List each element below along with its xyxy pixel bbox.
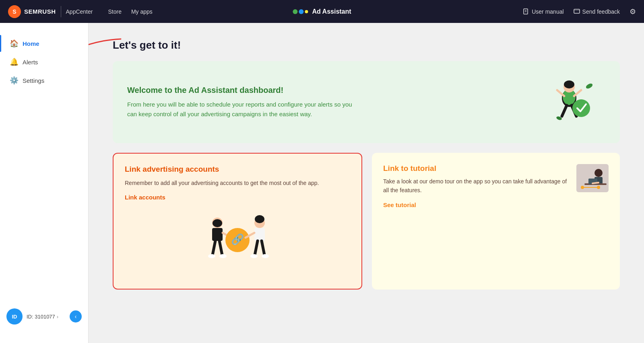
- user-id-text: ID: 3101077 ›: [27, 314, 58, 320]
- link-accounts-button[interactable]: Link accounts: [125, 194, 165, 201]
- feedback-icon: [574, 8, 580, 15]
- nav-links: Store My apps: [108, 8, 152, 15]
- welcome-text: Welcome to the Ad Assistant dashboard! F…: [127, 86, 353, 119]
- tutorial-thumbnail[interactable]: [576, 164, 609, 192]
- svg-text:S: S: [12, 8, 16, 15]
- logo-text: SEMRUSH: [24, 8, 56, 15]
- welcome-description: From here you will be able to schedule y…: [127, 100, 353, 119]
- svg-point-30: [255, 215, 264, 223]
- sidebar: 🏠 Home 🔔 Alerts ⚙️ Settings ID ID: 31010…: [0, 23, 89, 343]
- sidebar-settings-label: Settings: [23, 77, 44, 84]
- dot-green: [293, 9, 297, 14]
- tutorial-card: Link to tutorial Take a look at our demo…: [372, 153, 620, 290]
- svg-point-34: [250, 254, 258, 258]
- chevron-right-icon: ›: [57, 314, 58, 320]
- app-name: Ad Assistant: [312, 8, 351, 15]
- tutorial-top: Link to tutorial Take a look at our demo…: [383, 164, 609, 209]
- see-tutorial-button[interactable]: See tutorial: [383, 201, 416, 208]
- welcome-title: Welcome to the Ad Assistant dashboard!: [127, 86, 353, 95]
- app-icon: [293, 9, 308, 14]
- svg-line-23: [219, 241, 222, 255]
- svg-rect-31: [254, 228, 265, 241]
- send-feedback-button[interactable]: Send feedback: [574, 8, 620, 15]
- user-manual-button[interactable]: User manual: [523, 8, 564, 15]
- svg-point-11: [564, 80, 574, 88]
- svg-line-42: [592, 183, 599, 183]
- dot-yellow: [305, 10, 308, 13]
- appcenter-text: AppCenter: [66, 8, 93, 15]
- svg-line-32: [255, 241, 258, 255]
- link-accounts-svg: 🔗: [193, 209, 282, 273]
- cards-row: Link advertising accounts Remember to ad…: [113, 153, 620, 290]
- top-navigation: S SEMRUSH AppCenter Store My apps Ad Ass…: [0, 0, 644, 23]
- store-link[interactable]: Store: [108, 8, 121, 15]
- svg-text:🔗: 🔗: [231, 233, 244, 246]
- svg-point-35: [262, 254, 269, 258]
- svg-line-14: [562, 105, 567, 116]
- welcome-card: Welcome to the Ad Assistant dashboard! F…: [113, 61, 620, 143]
- link-accounts-card: Link advertising accounts Remember to ad…: [113, 153, 362, 290]
- tutorial-description: Take a look at our demo tour on the app …: [383, 177, 570, 195]
- nav-right: User manual Send feedback ⚙: [523, 7, 636, 16]
- svg-point-45: [597, 186, 600, 189]
- svg-point-20: [213, 219, 222, 227]
- welcome-illustration: [533, 74, 605, 130]
- myapps-link[interactable]: My apps: [131, 8, 153, 15]
- main-content: Let's get to it! Welcome to the Ad Assis…: [89, 23, 644, 343]
- tutorial-title: Link to tutorial: [383, 164, 570, 173]
- sidebar-home-label: Home: [23, 40, 39, 47]
- link-card-description: Remember to add all your advertising acc…: [125, 179, 350, 187]
- tutorial-text: Link to tutorial Take a look at our demo…: [383, 164, 570, 209]
- settings-button[interactable]: ⚙: [630, 7, 636, 16]
- svg-rect-21: [212, 228, 223, 241]
- sidebar-item-home[interactable]: 🏠 Home: [0, 35, 88, 52]
- svg-rect-5: [574, 9, 580, 13]
- nav-center: Ad Assistant: [293, 8, 351, 15]
- alerts-icon: 🔔: [10, 58, 19, 66]
- user-id-badge[interactable]: ID: [6, 308, 23, 325]
- svg-point-24: [208, 254, 215, 258]
- svg-line-22: [213, 241, 215, 255]
- send-feedback-label: Send feedback: [582, 8, 620, 15]
- semrush-icon: S: [8, 5, 21, 18]
- book-icon: [523, 8, 529, 15]
- svg-point-17: [585, 82, 594, 90]
- main-layout: 🏠 Home 🔔 Alerts ⚙️ Settings ID ID: 31010…: [0, 23, 644, 343]
- tutorial-thumb-svg: [576, 164, 609, 192]
- svg-point-25: [219, 254, 227, 258]
- sidebar-item-alerts[interactable]: 🔔 Alerts: [0, 53, 88, 70]
- sidebar-settings-icon: ⚙️: [10, 76, 19, 85]
- svg-point-38: [594, 169, 603, 177]
- sidebar-bottom: ID ID: 3101077 › ‹: [0, 302, 88, 331]
- link-card-illustration: 🔗: [125, 209, 350, 273]
- home-icon: 🏠: [10, 39, 19, 48]
- svg-point-16: [572, 99, 590, 117]
- user-manual-label: User manual: [532, 8, 564, 15]
- svg-line-33: [262, 241, 264, 255]
- sidebar-alerts-label: Alerts: [23, 59, 38, 66]
- dot-blue: [299, 9, 303, 14]
- link-card-title: Link advertising accounts: [125, 165, 350, 174]
- collapse-sidebar-button[interactable]: ‹: [70, 310, 82, 322]
- page-title: Let's get to it!: [113, 39, 620, 51]
- semrush-logo[interactable]: S SEMRUSH AppCenter: [8, 5, 93, 18]
- welcome-svg-illustration: [533, 74, 605, 130]
- logo-divider: [61, 6, 61, 17]
- sidebar-item-settings[interactable]: ⚙️ Settings: [0, 72, 88, 89]
- nav-left: S SEMRUSH AppCenter Store My apps: [8, 5, 153, 18]
- svg-point-44: [581, 186, 584, 189]
- sidebar-nav: 🏠 Home 🔔 Alerts ⚙️ Settings: [0, 35, 88, 89]
